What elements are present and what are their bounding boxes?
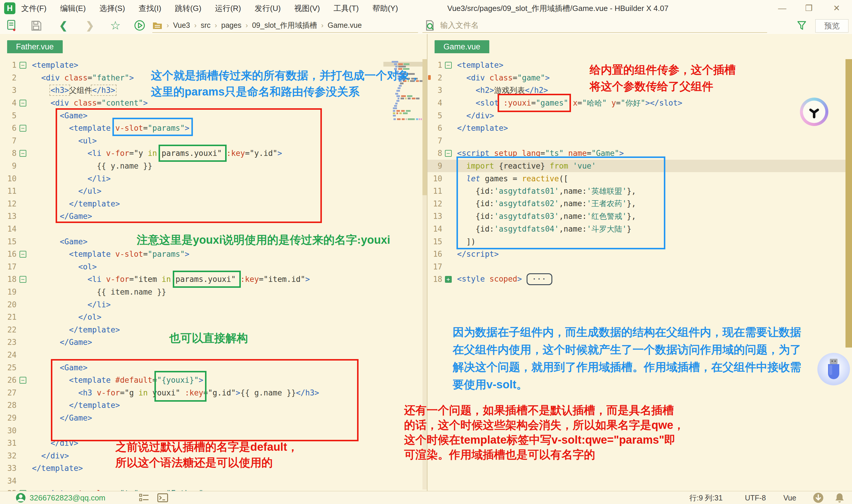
line-number: 12 — [0, 199, 17, 208]
code-text: {{ item.name }} — [29, 288, 166, 296]
left-scrollbar-thumb[interactable] — [422, 59, 427, 195]
line-number: 25 — [0, 363, 17, 372]
fold-expand-icon[interactable]: + — [445, 276, 452, 283]
code-text: <ol> — [29, 262, 97, 271]
right-scrollbar-thumb[interactable] — [846, 59, 852, 347]
menu-item[interactable]: 选择(S) — [99, 3, 125, 14]
usb-device-button[interactable] — [817, 353, 850, 385]
fold-collapse-icon[interactable]: − — [19, 62, 26, 69]
line-number: 22 — [0, 325, 17, 334]
line-number: 26 — [0, 376, 17, 384]
folder-icon — [152, 21, 162, 30]
download-icon[interactable] — [813, 492, 823, 503]
line-number: 1 — [0, 61, 17, 70]
tab-father-vue[interactable]: Father.vue — [7, 40, 63, 53]
menu-item[interactable]: 编辑(E) — [60, 3, 86, 14]
minimize-button[interactable]: — — [773, 0, 792, 17]
account-person-icon[interactable] — [15, 492, 26, 503]
collapsed-code-pill[interactable]: ··· — [527, 273, 552, 285]
code-text: </ol> — [29, 313, 102, 322]
fold-collapse-icon[interactable]: − — [19, 276, 26, 283]
code-line[interactable]: 18+<style scoped>··· — [428, 273, 852, 286]
outline-list-icon[interactable] — [139, 493, 149, 502]
forward-button[interactable]: ❯ — [84, 19, 96, 32]
code-text: </div> — [29, 451, 69, 460]
chevron-right-icon: › — [194, 21, 196, 30]
chevron-right-icon: › — [166, 21, 169, 30]
code-line[interactable]: 34 — [0, 475, 427, 487]
fold-collapse-icon[interactable]: − — [19, 150, 26, 157]
code-text: </template> — [29, 464, 83, 473]
menu-item[interactable]: 跳转(G) — [175, 3, 201, 14]
preview-button[interactable]: 预览 — [815, 19, 849, 33]
menu-item[interactable]: 查找(I) — [139, 3, 162, 14]
fold-collapse-icon[interactable]: − — [19, 251, 26, 258]
line-number: 11 — [0, 187, 17, 196]
line-number: 28 — [0, 401, 17, 410]
menu-item[interactable]: 运行(R) — [215, 3, 241, 14]
save-button[interactable] — [30, 19, 42, 32]
code-line[interactable]: 21 </ol> — [0, 311, 427, 324]
breadcrumb-item[interactable]: Vue3 — [173, 21, 190, 30]
fold-collapse-icon[interactable]: − — [19, 125, 26, 132]
line-number: 6 — [428, 124, 442, 132]
cursor-position[interactable]: 行:9 列:31 — [689, 491, 723, 504]
chevron-right-icon: › — [215, 21, 217, 30]
line-number: 32 — [0, 451, 17, 460]
modified-gutter-mark — [428, 75, 431, 80]
breadcrumb-item[interactable]: pages — [221, 21, 241, 30]
breadcrumb-item[interactable]: 09_slot_作用域插槽 — [252, 20, 317, 30]
hbuilderx-window: H 文件(F)编辑(E)选择(S)查找(I)跳转(G)运行(R)发行(U)视图(… — [0, 0, 852, 504]
code-text: <Game> — [29, 237, 88, 246]
line-number: 31 — [0, 439, 17, 448]
account-email[interactable]: 3266762823@qq.com — [30, 491, 105, 504]
encoding-indicator[interactable]: UTF-8 — [745, 491, 766, 504]
fold-collapse-icon[interactable]: − — [19, 100, 26, 107]
menu-item[interactable]: 帮助(Y) — [373, 3, 398, 14]
code-line[interactable]: 17 — [428, 260, 852, 273]
breadcrumb-item[interactable]: src — [201, 21, 210, 30]
filter-button[interactable] — [795, 19, 808, 32]
code-text: <h3>父组件</h3> — [29, 85, 115, 95]
code-line[interactable]: 16</script> — [428, 248, 852, 260]
restore-button[interactable]: ❐ — [799, 0, 818, 17]
code-line[interactable]: 5 </div> — [428, 109, 852, 122]
menu-item[interactable]: 文件(F) — [21, 3, 47, 14]
fold-collapse-icon[interactable]: − — [19, 377, 26, 384]
code-line[interactable]: 4 <slot :youxi="games" x="哈哈" y="你好"></s… — [428, 97, 852, 109]
new-file-button[interactable] — [5, 19, 18, 32]
code-text: <template> — [29, 61, 78, 70]
language-mode[interactable]: Vue — [783, 491, 796, 504]
close-button[interactable]: ✕ — [827, 0, 846, 17]
ai-assistant-button[interactable] — [800, 97, 828, 126]
fold-collapse-icon[interactable]: − — [445, 150, 452, 157]
file-search-input[interactable] — [440, 20, 737, 30]
annotation-text: 这个就是插槽传过来的所有数据，并打包成一个对象，这里的params只是命名和路由… — [151, 68, 421, 100]
terminal-icon[interactable] — [157, 493, 168, 502]
code-line[interactable]: 7 — [428, 134, 852, 147]
line-number: 11 — [428, 187, 442, 196]
line-number: 21 — [0, 313, 17, 322]
line-number: 2 — [0, 73, 17, 82]
file-search-box[interactable] — [422, 18, 767, 33]
red-highlight-box — [497, 94, 571, 112]
annotation-text: 因为数据在子组件内，而生成数据的结构在父组件内，现在需要让数据在父组件内使用，这… — [453, 324, 801, 393]
status-bar: 3266762823@qq.com 行:9 列:31 UTF-8 Vue — [0, 491, 852, 504]
back-button[interactable]: ❮ — [57, 19, 70, 32]
code-line[interactable]: 16− <template v-slot="params"> — [0, 248, 427, 260]
bookmark-star-button[interactable]: ☆ — [109, 19, 122, 32]
menu-item[interactable]: 视图(V) — [294, 3, 320, 14]
green-highlight-box — [159, 145, 226, 162]
bell-icon[interactable] — [835, 492, 844, 503]
line-number: 34 — [0, 476, 17, 485]
tab-game-vue[interactable]: Game.vue — [435, 40, 489, 53]
menu-item[interactable]: 工具(T) — [334, 3, 359, 14]
code-text: <li v-for="item in params.youxi" :key="i… — [29, 275, 310, 284]
fold-collapse-icon[interactable]: − — [445, 62, 452, 69]
menu-item[interactable]: 发行(U) — [255, 3, 281, 14]
code-line[interactable]: 20 </li> — [0, 298, 427, 311]
titlebar: H 文件(F)编辑(E)选择(S)查找(I)跳转(G)运行(R)发行(U)视图(… — [0, 0, 852, 17]
code-line[interactable]: 6</template> — [428, 122, 852, 134]
run-button[interactable] — [133, 19, 146, 32]
breadcrumb-item[interactable]: Game.vue — [327, 21, 362, 30]
